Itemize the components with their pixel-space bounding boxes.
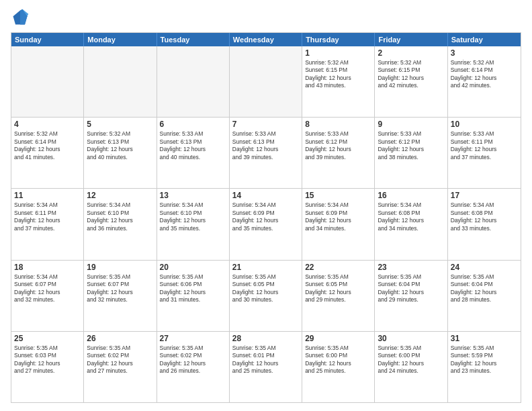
day-cell-22: 22Sunrise: 5:35 AMSunset: 6:05 PMDayligh… (302, 261, 375, 331)
cell-text-line: and 43 minutes. (305, 82, 371, 89)
cell-text-line: Sunset: 6:02 PM (87, 352, 153, 359)
cell-text-line: Daylight: 12 hours (305, 217, 371, 224)
cell-text-line: Sunrise: 5:35 AM (305, 345, 371, 352)
day-number: 20 (160, 263, 226, 272)
cell-text-line: Daylight: 12 hours (87, 360, 153, 367)
cell-text-line: Sunset: 6:11 PM (451, 138, 518, 146)
day-cell-29: 29Sunrise: 5:35 AMSunset: 6:00 PMDayligh… (302, 332, 375, 402)
day-cell-7: 7Sunrise: 5:33 AMSunset: 6:13 PMDaylight… (230, 118, 302, 188)
cell-text-line: Sunrise: 5:32 AM (451, 59, 518, 66)
cell-text-line: Daylight: 12 hours (378, 289, 444, 296)
cell-text-line: Sunset: 6:14 PM (451, 66, 518, 74)
header-day-wednesday: Wednesday (230, 33, 302, 46)
day-number: 2 (378, 48, 444, 58)
logo (11, 8, 32, 27)
calendar: SundayMondayTuesdayWednesdayThursdayFrid… (11, 32, 521, 403)
cell-text-line: and 24 minutes. (378, 367, 444, 375)
cell-text-line: Sunrise: 5:32 AM (14, 130, 81, 138)
calendar-header-row: SundayMondayTuesdayWednesdayThursdayFrid… (11, 33, 521, 46)
calendar-week-2: 4Sunrise: 5:32 AMSunset: 6:14 PMDaylight… (11, 117, 521, 188)
day-number: 25 (14, 334, 81, 343)
day-number: 10 (451, 120, 518, 129)
header-day-thursday: Thursday (302, 33, 375, 46)
day-number: 3 (451, 48, 518, 58)
cell-text-line: Daylight: 12 hours (451, 217, 518, 224)
cell-text-line: Sunrise: 5:35 AM (451, 345, 518, 352)
day-cell-18: 18Sunrise: 5:34 AMSunset: 6:07 PMDayligh… (11, 261, 84, 331)
calendar-week-4: 18Sunrise: 5:34 AMSunset: 6:07 PMDayligh… (11, 260, 521, 331)
day-number: 21 (232, 263, 299, 272)
header-day-monday: Monday (84, 33, 157, 46)
cell-text-line: Daylight: 12 hours (305, 360, 371, 367)
cell-text-line: Sunset: 6:10 PM (87, 210, 153, 217)
cell-text-line: Daylight: 12 hours (451, 360, 518, 367)
cell-text-line: Daylight: 12 hours (378, 146, 444, 153)
day-cell-31: 31Sunrise: 5:35 AMSunset: 5:59 PMDayligh… (448, 332, 521, 402)
day-number: 24 (451, 263, 518, 272)
cell-text-line: Sunset: 6:13 PM (232, 138, 299, 146)
calendar-week-3: 11Sunrise: 5:34 AMSunset: 6:11 PMDayligh… (11, 188, 521, 259)
cell-text-line: and 32 minutes. (87, 296, 153, 304)
cell-text-line: Sunrise: 5:33 AM (378, 130, 444, 138)
cell-text-line: Daylight: 12 hours (160, 146, 226, 153)
cell-text-line: Sunset: 6:04 PM (378, 281, 444, 288)
day-cell-17: 17Sunrise: 5:34 AMSunset: 6:08 PMDayligh… (448, 189, 521, 259)
day-number: 11 (14, 191, 81, 200)
cell-text-line: Daylight: 12 hours (160, 360, 226, 367)
cell-text-line: Daylight: 12 hours (87, 289, 153, 296)
cell-text-line: and 27 minutes. (87, 367, 153, 375)
cell-text-line: and 37 minutes. (451, 154, 518, 161)
logo-icon (11, 8, 30, 27)
empty-cell (11, 46, 84, 117)
day-cell-12: 12Sunrise: 5:34 AMSunset: 6:10 PMDayligh… (84, 189, 157, 259)
cell-text-line: Sunset: 5:59 PM (451, 352, 518, 359)
day-cell-24: 24Sunrise: 5:35 AMSunset: 6:04 PMDayligh… (448, 261, 521, 331)
cell-text-line: Sunset: 6:08 PM (451, 210, 518, 217)
day-cell-11: 11Sunrise: 5:34 AMSunset: 6:11 PMDayligh… (11, 189, 84, 259)
cell-text-line: and 23 minutes. (451, 367, 518, 375)
cell-text-line: Daylight: 12 hours (87, 146, 153, 153)
calendar-week-5: 25Sunrise: 5:35 AMSunset: 6:03 PMDayligh… (11, 331, 521, 402)
cell-text-line: Sunrise: 5:34 AM (160, 201, 226, 209)
day-number: 23 (378, 263, 444, 272)
cell-text-line: Daylight: 12 hours (378, 75, 444, 82)
cell-text-line: Sunrise: 5:33 AM (160, 130, 226, 138)
cell-text-line: and 33 minutes. (451, 225, 518, 232)
day-number: 1 (305, 48, 371, 58)
cell-text-line: Sunrise: 5:35 AM (14, 345, 81, 352)
cell-text-line: Daylight: 12 hours (232, 360, 299, 367)
page: SundayMondayTuesdayWednesdayThursdayFrid… (0, 0, 532, 411)
cell-text-line: Daylight: 12 hours (305, 289, 371, 296)
cell-text-line: Sunset: 6:09 PM (305, 210, 371, 217)
day-number: 7 (232, 120, 299, 129)
cell-text-line: and 42 minutes. (451, 82, 518, 89)
cell-text-line: Sunrise: 5:33 AM (232, 130, 299, 138)
cell-text-line: and 30 minutes. (232, 296, 299, 304)
header-day-saturday: Saturday (448, 33, 521, 46)
cell-text-line: and 26 minutes. (160, 367, 226, 375)
day-number: 22 (305, 263, 371, 272)
day-number: 14 (232, 191, 299, 200)
day-cell-4: 4Sunrise: 5:32 AMSunset: 6:14 PMDaylight… (11, 118, 84, 188)
cell-text-line: Daylight: 12 hours (378, 360, 444, 367)
cell-text-line: and 41 minutes. (14, 154, 81, 161)
cell-text-line: Sunrise: 5:33 AM (451, 130, 518, 138)
cell-text-line: Sunset: 6:11 PM (14, 210, 81, 217)
day-number: 16 (378, 191, 444, 200)
cell-text-line: Sunrise: 5:34 AM (451, 201, 518, 209)
cell-text-line: Sunset: 6:07 PM (87, 281, 153, 288)
day-number: 5 (87, 120, 153, 129)
day-cell-28: 28Sunrise: 5:35 AMSunset: 6:01 PMDayligh… (230, 332, 302, 402)
cell-text-line: Sunset: 6:05 PM (305, 281, 371, 288)
day-number: 29 (305, 334, 371, 343)
cell-text-line: Sunset: 6:00 PM (378, 352, 444, 359)
cell-text-line: Sunrise: 5:35 AM (87, 273, 153, 281)
calendar-week-1: 1Sunrise: 5:32 AMSunset: 6:15 PMDaylight… (11, 46, 521, 117)
cell-text-line: Sunset: 6:13 PM (160, 138, 226, 146)
cell-text-line: Daylight: 12 hours (14, 217, 81, 224)
day-cell-21: 21Sunrise: 5:35 AMSunset: 6:05 PMDayligh… (230, 261, 302, 331)
day-number: 31 (451, 334, 518, 343)
cell-text-line: and 27 minutes. (14, 367, 81, 375)
cell-text-line: Sunrise: 5:32 AM (87, 130, 153, 138)
cell-text-line: and 34 minutes. (378, 225, 444, 232)
